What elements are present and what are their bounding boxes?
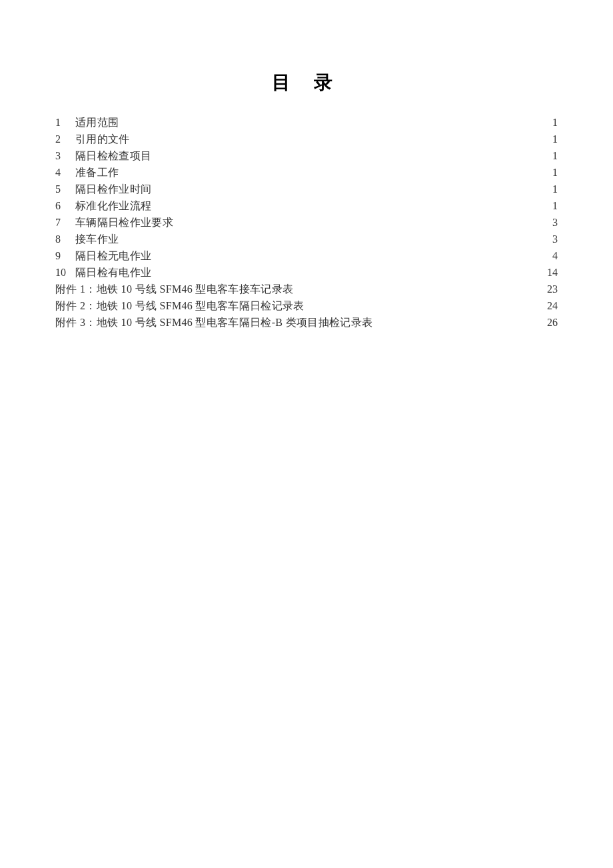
toc-page-number: 1	[552, 131, 558, 147]
toc-entry: 1 适用范围 1	[55, 114, 558, 131]
toc-list: 1 适用范围 1 2 引用的文件 1 3 隔日检检查项目 1 4 准备工作 1 …	[55, 114, 558, 331]
toc-number: 4	[55, 164, 75, 181]
toc-number: 1	[55, 114, 75, 131]
toc-label: 隔日检无电作业	[75, 247, 151, 264]
document-page: 目 录 1 适用范围 1 2 引用的文件 1 3 隔日检检查项目 1 4 准备工…	[0, 0, 613, 331]
toc-leader-dots	[295, 282, 546, 293]
toc-number: 8	[55, 231, 75, 247]
toc-number: 2	[55, 131, 75, 147]
toc-number: 5	[55, 181, 75, 197]
toc-leader-dots	[153, 199, 551, 209]
toc-entry: 3 隔日检检查项目 1	[55, 147, 558, 164]
toc-leader-dots	[153, 182, 551, 193]
toc-page-number: 4	[552, 247, 558, 264]
toc-page-number: 24	[547, 297, 558, 314]
toc-label: 接车作业	[75, 231, 119, 247]
toc-leader-dots	[153, 249, 551, 259]
toc-appendix-entry: 附件 3：地铁 10 号线 SFM46 型电客车隔日检-B 类项目抽检记录表 2…	[55, 314, 558, 331]
toc-entry: 4 准备工作 1	[55, 164, 558, 181]
toc-label: 车辆隔日检作业要求	[75, 214, 173, 231]
toc-entry: 7 车辆隔日检作业要求 3	[55, 214, 558, 231]
toc-entry: 5 隔日检作业时间 1	[55, 181, 558, 197]
toc-label: 适用范围	[75, 114, 119, 131]
toc-title: 目 录	[55, 70, 558, 95]
toc-leader-dots	[153, 265, 546, 276]
toc-page-number: 26	[547, 314, 558, 331]
toc-entry: 9 隔日检无电作业 4	[55, 247, 558, 264]
toc-number: 3	[55, 147, 75, 164]
toc-label: 隔日检作业时间	[75, 181, 151, 197]
toc-leader-dots	[175, 215, 551, 226]
toc-page-number: 1	[552, 147, 558, 164]
toc-label: 隔日检检查项目	[75, 147, 151, 164]
toc-leader-dots	[306, 299, 546, 309]
toc-label: 标准化作业流程	[75, 197, 151, 214]
toc-label: 准备工作	[75, 164, 119, 181]
toc-leader-dots	[131, 132, 551, 143]
toc-page-number: 3	[552, 214, 558, 231]
toc-page-number: 23	[547, 281, 558, 297]
toc-page-number: 3	[552, 231, 558, 247]
toc-label: 隔日检有电作业	[75, 264, 151, 281]
toc-leader-dots	[120, 115, 551, 126]
toc-appendix-entry: 附件 2：地铁 10 号线 SFM46 型电客车隔日检记录表 24	[55, 297, 558, 314]
toc-leader-dots	[153, 149, 551, 159]
toc-page-number: 1	[552, 181, 558, 197]
toc-label: 附件 3：地铁 10 号线 SFM46 型电客车隔日检-B 类项目抽检记录表	[55, 314, 372, 331]
toc-number: 10	[55, 264, 75, 281]
toc-number: 7	[55, 214, 75, 231]
toc-appendix-entry: 附件 1：地铁 10 号线 SFM46 型电客车接车记录表 23	[55, 281, 558, 297]
toc-number: 6	[55, 197, 75, 214]
toc-label: 附件 1：地铁 10 号线 SFM46 型电客车接车记录表	[55, 281, 293, 297]
toc-entry: 6 标准化作业流程 1	[55, 197, 558, 214]
toc-number: 9	[55, 247, 75, 264]
toc-entry: 8 接车作业 3	[55, 231, 558, 247]
toc-page-number: 14	[547, 264, 558, 281]
toc-page-number: 1	[552, 114, 558, 131]
toc-page-number: 1	[552, 197, 558, 214]
toc-leader-dots	[120, 232, 551, 243]
toc-label: 附件 2：地铁 10 号线 SFM46 型电客车隔日检记录表	[55, 297, 305, 314]
toc-label: 引用的文件	[75, 131, 130, 147]
toc-leader-dots	[120, 165, 551, 176]
toc-entry: 2 引用的文件 1	[55, 131, 558, 147]
toc-page-number: 1	[552, 164, 558, 181]
toc-leader-dots	[374, 315, 546, 326]
toc-entry: 10 隔日检有电作业 14	[55, 264, 558, 281]
